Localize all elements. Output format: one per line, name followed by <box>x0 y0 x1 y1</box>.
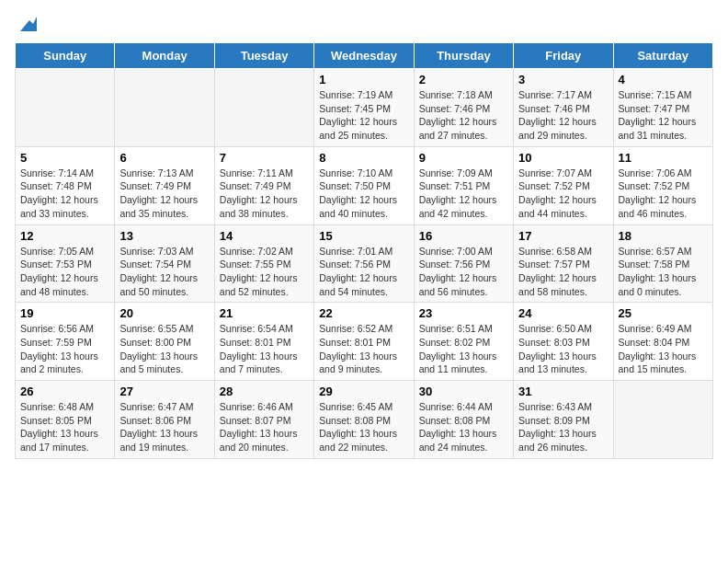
day-info: Sunrise: 7:03 AM Sunset: 7:54 PM Dayligh… <box>119 245 209 299</box>
weekday-header-monday: Monday <box>115 43 214 69</box>
day-number: 7 <box>220 151 309 165</box>
calendar-cell: 4Sunrise: 7:15 AM Sunset: 7:47 PM Daylig… <box>613 69 712 147</box>
day-number: 23 <box>419 306 508 320</box>
day-info: Sunrise: 7:14 AM Sunset: 7:48 PM Dayligh… <box>20 167 109 221</box>
day-info: Sunrise: 7:05 AM Sunset: 7:53 PM Dayligh… <box>20 245 109 299</box>
calendar-cell: 7Sunrise: 7:11 AM Sunset: 7:49 PM Daylig… <box>214 146 313 224</box>
day-info: Sunrise: 7:00 AM Sunset: 7:56 PM Dayligh… <box>419 245 508 299</box>
day-number: 17 <box>518 229 608 243</box>
calendar-cell: 12Sunrise: 7:05 AM Sunset: 7:53 PM Dayli… <box>16 224 115 303</box>
day-info: Sunrise: 6:46 AM Sunset: 8:07 PM Dayligh… <box>220 400 309 454</box>
calendar-cell: 28Sunrise: 6:46 AM Sunset: 8:07 PM Dayli… <box>214 381 313 459</box>
week-row-2: 5Sunrise: 7:14 AM Sunset: 7:48 PM Daylig… <box>16 146 713 224</box>
day-info: Sunrise: 6:43 AM Sunset: 8:09 PM Dayligh… <box>518 400 608 454</box>
day-number: 8 <box>319 151 408 165</box>
day-info: Sunrise: 7:10 AM Sunset: 7:50 PM Dayligh… <box>319 167 408 221</box>
day-info: Sunrise: 6:51 AM Sunset: 8:02 PM Dayligh… <box>419 322 508 376</box>
day-info: Sunrise: 7:17 AM Sunset: 7:46 PM Dayligh… <box>518 88 608 143</box>
calendar-cell: 5Sunrise: 7:14 AM Sunset: 7:48 PM Daylig… <box>16 146 115 224</box>
day-info: Sunrise: 7:18 AM Sunset: 7:46 PM Dayligh… <box>419 88 508 143</box>
calendar-cell: 20Sunrise: 6:55 AM Sunset: 8:00 PM Dayli… <box>115 303 214 381</box>
calendar-cell: 1Sunrise: 7:19 AM Sunset: 7:45 PM Daylig… <box>314 69 414 147</box>
day-info: Sunrise: 6:44 AM Sunset: 8:08 PM Dayligh… <box>419 400 508 454</box>
logo-bird-icon <box>17 15 37 35</box>
weekday-header-wednesday: Wednesday <box>314 43 414 69</box>
day-info: Sunrise: 6:45 AM Sunset: 8:08 PM Dayligh… <box>319 400 408 454</box>
calendar-cell: 18Sunrise: 6:57 AM Sunset: 7:58 PM Dayli… <box>613 224 712 303</box>
day-info: Sunrise: 6:47 AM Sunset: 8:06 PM Dayligh… <box>119 400 209 454</box>
calendar-cell: 11Sunrise: 7:06 AM Sunset: 7:52 PM Dayli… <box>613 146 712 224</box>
day-number: 29 <box>319 385 408 398</box>
day-number: 27 <box>119 385 209 398</box>
day-number: 1 <box>319 73 408 86</box>
calendar-cell: 22Sunrise: 6:52 AM Sunset: 8:01 PM Dayli… <box>314 303 414 381</box>
day-number: 19 <box>20 306 109 320</box>
day-number: 14 <box>220 229 309 243</box>
calendar-cell: 8Sunrise: 7:10 AM Sunset: 7:50 PM Daylig… <box>314 146 414 224</box>
day-number: 21 <box>220 306 309 320</box>
day-info: Sunrise: 7:15 AM Sunset: 7:47 PM Dayligh… <box>619 88 708 143</box>
day-info: Sunrise: 6:58 AM Sunset: 7:57 PM Dayligh… <box>518 245 608 299</box>
day-info: Sunrise: 6:48 AM Sunset: 8:05 PM Dayligh… <box>20 400 109 454</box>
day-info: Sunrise: 7:07 AM Sunset: 7:52 PM Dayligh… <box>518 167 608 221</box>
calendar-cell: 31Sunrise: 6:43 AM Sunset: 8:09 PM Dayli… <box>514 381 613 459</box>
calendar-cell <box>16 69 115 147</box>
day-number: 5 <box>20 151 109 165</box>
calendar-cell: 30Sunrise: 6:44 AM Sunset: 8:08 PM Dayli… <box>414 381 513 459</box>
calendar-cell <box>214 69 313 147</box>
day-number: 26 <box>20 385 109 398</box>
calendar-cell <box>613 381 712 459</box>
day-number: 16 <box>419 229 508 243</box>
day-number: 22 <box>319 306 408 320</box>
day-info: Sunrise: 6:50 AM Sunset: 8:03 PM Dayligh… <box>518 322 608 376</box>
day-number: 3 <box>518 73 608 86</box>
header-row: SundayMondayTuesdayWednesdayThursdayFrid… <box>16 43 713 69</box>
day-number: 4 <box>619 73 708 86</box>
week-row-3: 12Sunrise: 7:05 AM Sunset: 7:53 PM Dayli… <box>16 224 713 303</box>
calendar-cell: 2Sunrise: 7:18 AM Sunset: 7:46 PM Daylig… <box>414 69 513 147</box>
day-info: Sunrise: 6:52 AM Sunset: 8:01 PM Dayligh… <box>319 322 408 376</box>
weekday-header-saturday: Saturday <box>613 43 712 69</box>
day-number: 11 <box>619 151 708 165</box>
day-info: Sunrise: 6:49 AM Sunset: 8:04 PM Dayligh… <box>619 322 708 376</box>
calendar-cell: 21Sunrise: 6:54 AM Sunset: 8:01 PM Dayli… <box>214 303 313 381</box>
calendar-cell: 16Sunrise: 7:00 AM Sunset: 7:56 PM Dayli… <box>414 224 513 303</box>
week-row-5: 26Sunrise: 6:48 AM Sunset: 8:05 PM Dayli… <box>16 381 713 459</box>
calendar-cell: 23Sunrise: 6:51 AM Sunset: 8:02 PM Dayli… <box>414 303 513 381</box>
calendar-cell: 17Sunrise: 6:58 AM Sunset: 7:57 PM Dayli… <box>514 224 613 303</box>
day-number: 9 <box>419 151 508 165</box>
day-number: 25 <box>619 306 708 320</box>
day-info: Sunrise: 6:56 AM Sunset: 7:59 PM Dayligh… <box>20 322 109 376</box>
day-info: Sunrise: 6:55 AM Sunset: 8:00 PM Dayligh… <box>119 322 209 376</box>
day-info: Sunrise: 7:01 AM Sunset: 7:56 PM Dayligh… <box>319 245 408 299</box>
day-number: 15 <box>319 229 408 243</box>
calendar-cell: 6Sunrise: 7:13 AM Sunset: 7:49 PM Daylig… <box>115 146 214 224</box>
weekday-header-thursday: Thursday <box>414 43 513 69</box>
day-number: 18 <box>619 229 708 243</box>
calendar-cell: 24Sunrise: 6:50 AM Sunset: 8:03 PM Dayli… <box>514 303 613 381</box>
day-info: Sunrise: 7:09 AM Sunset: 7:51 PM Dayligh… <box>419 167 508 221</box>
day-info: Sunrise: 7:19 AM Sunset: 7:45 PM Dayligh… <box>319 88 408 143</box>
day-number: 10 <box>518 151 608 165</box>
day-number: 2 <box>419 73 508 86</box>
day-info: Sunrise: 6:54 AM Sunset: 8:01 PM Dayligh… <box>220 322 309 376</box>
calendar-cell: 10Sunrise: 7:07 AM Sunset: 7:52 PM Dayli… <box>514 146 613 224</box>
day-number: 31 <box>518 385 608 398</box>
day-number: 30 <box>419 385 508 398</box>
calendar-cell: 3Sunrise: 7:17 AM Sunset: 7:46 PM Daylig… <box>514 69 613 147</box>
day-number: 13 <box>119 229 209 243</box>
day-info: Sunrise: 7:11 AM Sunset: 7:49 PM Dayligh… <box>220 167 309 221</box>
day-number: 24 <box>518 306 608 320</box>
calendar-cell: 14Sunrise: 7:02 AM Sunset: 7:55 PM Dayli… <box>214 224 313 303</box>
calendar-cell: 13Sunrise: 7:03 AM Sunset: 7:54 PM Dayli… <box>115 224 214 303</box>
weekday-header-friday: Friday <box>514 43 613 69</box>
weekday-header-sunday: Sunday <box>16 43 115 69</box>
page-header <box>15 15 713 31</box>
calendar-cell: 26Sunrise: 6:48 AM Sunset: 8:05 PM Dayli… <box>16 381 115 459</box>
day-info: Sunrise: 6:57 AM Sunset: 7:58 PM Dayligh… <box>619 245 708 299</box>
weekday-header-tuesday: Tuesday <box>214 43 313 69</box>
day-number: 20 <box>119 306 209 320</box>
calendar-cell: 19Sunrise: 6:56 AM Sunset: 7:59 PM Dayli… <box>16 303 115 381</box>
day-info: Sunrise: 7:06 AM Sunset: 7:52 PM Dayligh… <box>619 167 708 221</box>
day-info: Sunrise: 7:02 AM Sunset: 7:55 PM Dayligh… <box>220 245 309 299</box>
